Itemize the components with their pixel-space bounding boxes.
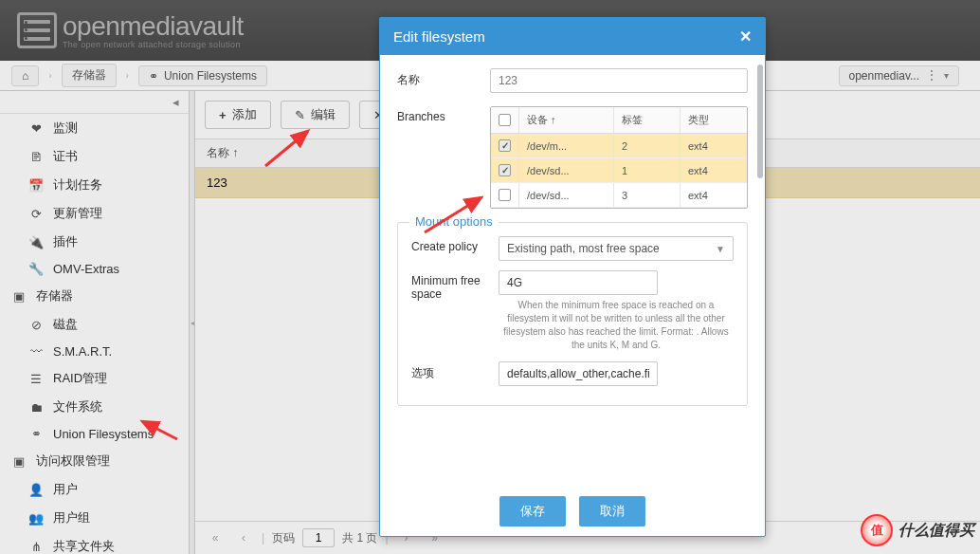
- minfree-hint: When the minimum free space is reached o…: [499, 299, 734, 352]
- minfree-label: Minimum free space: [411, 270, 499, 352]
- col-device[interactable]: 设备 ↑: [519, 107, 614, 133]
- save-button[interactable]: 保存: [499, 496, 566, 526]
- branches-header: 设备 ↑ 标签 类型: [491, 107, 747, 134]
- minfree-input[interactable]: [499, 270, 658, 295]
- branch-type: ext4: [681, 158, 747, 182]
- dialog-body: 名称 Branches 设备 ↑ 标签 类型 /dev/m... 2 ext4 …: [380, 55, 765, 487]
- col-type[interactable]: 类型: [681, 107, 747, 133]
- dialog-footer: 保存 取消: [380, 487, 765, 536]
- dialog-header: Edit filesystem ✕: [380, 18, 765, 55]
- name-label: 名称: [397, 68, 490, 93]
- branches-label: Branches: [397, 106, 490, 123]
- branch-device: /dev/m...: [519, 134, 614, 157]
- watermark: 值 什么值得买: [861, 514, 974, 546]
- watermark-text: 什么值得买: [898, 521, 974, 541]
- branch-checkbox[interactable]: [499, 189, 511, 201]
- create-policy-label: Create policy: [411, 236, 499, 261]
- branch-device: /dev/sd...: [519, 183, 614, 207]
- branch-label: 3: [614, 183, 681, 207]
- caret-down-icon: ▼: [716, 244, 725, 254]
- branch-row[interactable]: /dev/sd... 3 ext4: [491, 183, 747, 208]
- dialog-title: Edit filesystem: [393, 28, 485, 45]
- col-label[interactable]: 标签: [614, 107, 681, 133]
- cancel-button[interactable]: 取消: [579, 496, 645, 526]
- branch-row[interactable]: /dev/sd... 1 ext4: [491, 158, 747, 183]
- branch-type: ext4: [681, 183, 747, 207]
- branch-device: /dev/sd...: [519, 158, 614, 182]
- branch-checkbox[interactable]: [499, 164, 511, 176]
- branch-type: ext4: [681, 134, 747, 157]
- branch-checkbox[interactable]: [499, 139, 511, 152]
- create-policy-select[interactable]: Existing path, most free space ▼: [499, 236, 734, 261]
- branch-label: 2: [614, 134, 681, 157]
- mount-options-fieldset: Mount options Create policy Existing pat…: [397, 222, 748, 406]
- edit-filesystem-dialog: Edit filesystem ✕ 名称 Branches 设备 ↑ 标签 类型…: [379, 17, 766, 537]
- close-icon[interactable]: ✕: [739, 28, 752, 46]
- name-input[interactable]: [490, 68, 748, 93]
- branch-row[interactable]: /dev/m... 2 ext4: [491, 134, 747, 158]
- mount-options-legend: Mount options: [409, 214, 499, 229]
- select-all-checkbox[interactable]: [499, 114, 511, 126]
- options-input[interactable]: [499, 361, 658, 386]
- branch-label: 1: [614, 158, 681, 182]
- watermark-badge: 值: [861, 514, 893, 546]
- branches-table: 设备 ↑ 标签 类型 /dev/m... 2 ext4 /dev/sd... 1…: [490, 106, 748, 209]
- options-label: 选项: [411, 361, 499, 386]
